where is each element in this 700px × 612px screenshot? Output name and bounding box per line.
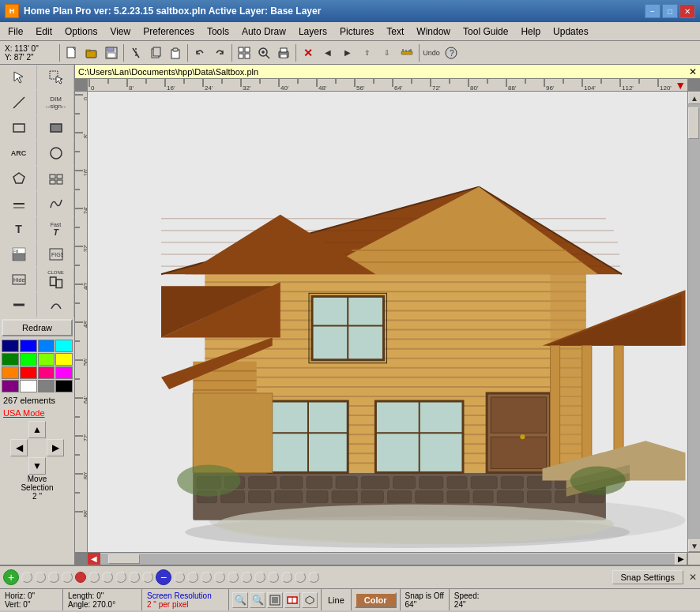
menu-updates[interactable]: Updates <box>547 22 595 40</box>
red-dot-btn[interactable] <box>75 572 86 583</box>
select-tool[interactable] <box>0 65 37 90</box>
move-right-arrow[interactable]: ▶ <box>47 439 64 456</box>
spline-tool[interactable] <box>37 191 74 216</box>
snap-status[interactable]: Snap is Off 64" <box>401 589 450 610</box>
line2-tool[interactable] <box>0 191 37 216</box>
scroll-up-arrow[interactable]: ▲ <box>688 92 700 104</box>
menu-pictures[interactable]: Pictures <box>333 22 380 40</box>
menu-layers[interactable]: Layers <box>292 22 333 40</box>
color-cell[interactable] <box>20 353 37 366</box>
bottom-scrollbar[interactable]: ◀ ▶ <box>88 552 687 565</box>
info-bar-close[interactable]: ✕ <box>689 66 697 77</box>
dot-btn-3[interactable] <box>48 572 59 583</box>
dot-btn-11[interactable] <box>187 572 198 583</box>
delete-button[interactable]: ✕ <box>299 43 318 62</box>
color-cell[interactable] <box>38 366 55 379</box>
dot-btn-20[interactable] <box>308 572 319 583</box>
right-scrollbar[interactable]: ▲ ▼ <box>687 92 700 552</box>
line3-tool[interactable] <box>0 292 37 317</box>
snap-settings-button[interactable]: Snap Settings <box>612 570 684 584</box>
multi-select-tool[interactable] <box>37 65 74 90</box>
color-cell[interactable] <box>2 380 19 392</box>
fast-text-tool[interactable]: Fast T <box>37 216 74 242</box>
color-cell[interactable] <box>55 353 73 366</box>
move-right-button[interactable]: ▶ <box>338 43 357 62</box>
drawing-canvas[interactable] <box>88 92 687 552</box>
undo-button[interactable] <box>190 43 209 62</box>
hscroll-right-arrow[interactable]: ▶ <box>675 553 687 565</box>
fit-button[interactable] <box>267 592 283 608</box>
color-cell[interactable] <box>20 366 37 379</box>
open-button[interactable] <box>82 43 101 62</box>
redo-button[interactable] <box>210 43 229 62</box>
print-button[interactable] <box>274 43 293 62</box>
paste-button[interactable] <box>166 43 185 62</box>
dot-btn-19[interactable] <box>295 572 306 583</box>
dot-btn-10[interactable] <box>174 572 185 583</box>
undo2-button[interactable]: Undo <box>422 43 441 62</box>
dot-btn-16[interactable] <box>254 572 265 583</box>
view-button[interactable] <box>284 592 300 608</box>
line-tool[interactable] <box>0 90 37 115</box>
new-button[interactable] <box>62 43 81 62</box>
question-button[interactable]: ? <box>442 43 461 62</box>
measure-button[interactable] <box>397 43 416 62</box>
color-cell[interactable] <box>55 380 73 392</box>
color-cell[interactable] <box>2 353 19 366</box>
color-cell[interactable] <box>38 353 55 366</box>
menu-tools[interactable]: Tools <box>201 22 235 40</box>
dot-btn-1[interactable] <box>21 572 32 583</box>
move-down-button[interactable]: ⇩ <box>378 43 397 62</box>
bottom-toolbar-close[interactable]: ✕ <box>689 572 697 583</box>
menu-tool-guide[interactable]: Tool Guide <box>457 22 514 40</box>
dot-btn-18[interactable] <box>281 572 292 583</box>
menu-preferences[interactable]: Preferences <box>137 22 201 40</box>
dot-btn-13[interactable] <box>214 572 225 583</box>
dot-btn-14[interactable] <box>228 572 239 583</box>
menu-text[interactable]: Text <box>380 22 410 40</box>
zoom-in-status-button[interactable]: 🔍 <box>250 592 265 608</box>
copy-button[interactable] <box>146 43 165 62</box>
dot-btn-12[interactable] <box>201 572 212 583</box>
3d-button[interactable] <box>302 592 318 608</box>
color-cell[interactable] <box>20 340 37 352</box>
scroll-down-arrow[interactable]: ▼ <box>688 539 700 552</box>
dot-btn-15[interactable] <box>241 572 252 583</box>
grid-button[interactable] <box>235 43 254 62</box>
dot-btn-5[interactable] <box>88 572 100 583</box>
menu-auto-draw[interactable]: Auto Draw <box>235 22 292 40</box>
dot-btn-2[interactable] <box>35 572 46 583</box>
menu-options[interactable]: Options <box>58 22 103 40</box>
clone-tool[interactable]: CLONE <box>37 267 74 292</box>
dot-btn-4[interactable] <box>62 572 73 583</box>
hscroll-track[interactable] <box>100 554 675 565</box>
text-tool[interactable]: T <box>0 216 37 242</box>
move-left-button[interactable]: ◀ <box>318 43 337 62</box>
save-button[interactable] <box>102 43 121 62</box>
dim-tool[interactable]: DIM--sign-- <box>37 90 74 115</box>
figs-tool[interactable] <box>37 166 74 191</box>
dot-btn-6[interactable] <box>102 572 113 583</box>
menu-view[interactable]: View <box>103 22 137 40</box>
color-cell[interactable] <box>55 366 73 379</box>
color-cell[interactable] <box>2 340 19 352</box>
open-rect-tool[interactable] <box>0 115 37 141</box>
hscroll-left-arrow[interactable]: ◀ <box>88 553 100 565</box>
color-cell[interactable] <box>55 340 73 352</box>
dot-btn-9[interactable] <box>142 572 153 583</box>
add-button[interactable]: + <box>3 569 19 585</box>
screen-resolution-section[interactable]: Screen Resolution 2 " per pixel <box>142 589 229 610</box>
polygon-tool[interactable] <box>0 166 37 191</box>
menu-window[interactable]: Window <box>410 22 457 40</box>
minimize-button[interactable]: − <box>645 4 660 18</box>
zoom-in-button[interactable] <box>254 43 273 62</box>
move-left-arrow[interactable]: ◀ <box>10 439 28 456</box>
hscroll-thumb[interactable] <box>108 554 140 564</box>
color-cell[interactable] <box>38 340 55 352</box>
zoom-out-button[interactable]: 🔍 <box>232 592 248 608</box>
dot-btn-8[interactable] <box>129 572 140 583</box>
menu-file[interactable]: File <box>2 22 29 40</box>
dot-btn-7[interactable] <box>115 572 126 583</box>
fill-tool[interactable]: Fill <box>0 242 37 267</box>
menu-edit[interactable]: Edit <box>29 22 58 40</box>
